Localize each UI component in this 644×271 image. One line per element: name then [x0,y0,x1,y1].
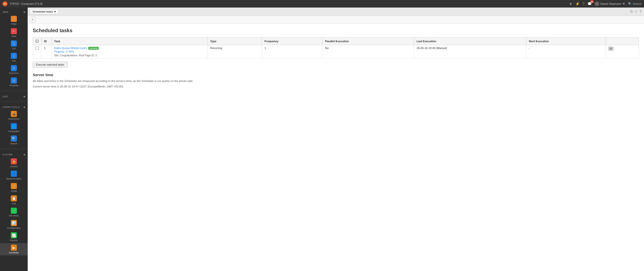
topbar-left: BP TYPO3 - Composer [7.6.9] [3,1,42,6]
notifications-icon[interactable]: 💬 64 [587,2,592,6]
sidebar-item-languages-label: Languages [8,130,20,132]
sidebar-item-extensions[interactable]: 🔌 Extensions [0,109,28,122]
sidebar-item-search[interactable]: 🔍 Search [0,134,28,146]
bookmark-icon[interactable]: ★ [569,2,572,6]
main-layout: WEB ◀ 🗋 Page 👁 View ☰ List ℹ Info ⚙ Func [0,8,644,271]
search-label: Search [633,2,641,5]
sidebar-item-configuration[interactable]: 📊 Configuration [0,218,28,231]
module-dropdown[interactable]: Scheduled tasks ▼ [30,9,59,14]
tasks-table: ☐ ID Task Type Frequency Parallel Execut… [33,37,639,59]
info-icon: ℹ [11,53,17,59]
sidebar-item-scheduler-label: Scheduler [9,251,19,254]
sidebar-item-info[interactable]: ℹ Info [0,51,28,64]
topbar-right: ★ ⚡ ? 💬 64 Daniel Siepmann ▼ 🔍 Search [569,2,641,6]
running-badge: running [88,47,98,50]
topbar-search[interactable]: 🔍 Search [628,2,641,6]
app-logo: BP [3,1,8,6]
toolbar: + [28,16,644,24]
sidebar-item-log-label: Log [12,202,16,205]
sidebar-item-template[interactable]: ⊞ Template [0,76,28,88]
row-next-execution: - [526,45,606,59]
sidebar-web-section: WEB ◀ 🗋 Page 👁 View ☰ List ℹ Info ⚙ Func [0,8,28,90]
search-sidebar-icon: 🔍 [11,136,17,142]
help-icon[interactable]: ? [583,2,585,6]
task-name-link[interactable]: Index Queue Worker (solr) [54,47,87,50]
sidebar-item-reports[interactable]: 📈 Reports [0,231,28,243]
sidebar-item-install-label: Install [11,190,17,192]
page-content: Scheduled tasks ☐ ID Task Type Frequency [28,24,644,271]
row-id: 1 [42,45,52,59]
create-task-icon: + [32,18,34,21]
row-last-execution: 26-05-16 18:46 (Manual) [414,45,526,59]
select-all-icon[interactable]: ☐ [35,39,39,43]
install-icon: ⚙ [11,183,17,189]
row-type: Recurring [208,45,262,59]
th-next-execution: Next Execution [526,38,606,45]
log-icon: 📋 [11,195,17,201]
th-last-execution: Last Execution [414,38,526,45]
sidebar-divider-3 [0,149,28,149]
server-time-section: Server time All dates and times in the S… [33,73,639,89]
sidebar-system-section: SYSTEM ◀ 🔒 Access 👤 Backend users ⚙ Inst… [0,150,28,257]
site-text: Site: Congratulations, Root Page ID: 3 [54,54,205,57]
row-task: Index Queue Worker (solr) running Progre… [52,45,208,59]
module-bar-right: ↻ ☆ ? [630,10,641,14]
sidebar-item-template-label: Template [9,84,19,87]
sidebar-admin-arrow[interactable]: ◀ [23,106,25,108]
row-checkbox-cell [33,45,42,59]
sidebar-item-access[interactable]: 🔒 Access [0,157,28,169]
sidebar-system-title: SYSTEM [3,153,13,156]
row-actions: ✕ [606,45,639,59]
execute-selected-button[interactable]: Execute selected tasks [33,62,68,68]
reports-icon: 📈 [11,232,17,238]
user-menu[interactable]: Daniel Siepmann ▼ [595,2,625,6]
sidebar-item-backend-users[interactable]: 👤 Backend users [0,169,28,182]
user-avatar [595,2,599,6]
task-checkbox[interactable] [35,47,39,50]
sidebar-divider-2 [0,101,28,102]
create-new-task-button[interactable]: + [30,17,35,22]
progress-text: Progress: 17.65% [54,50,205,53]
user-name: Daniel Siepmann [600,2,621,5]
server-time-current: Current server time is 26-05-16 18:47 CE… [33,84,639,89]
th-frequency: Frequency [262,38,323,45]
sidebar-item-list[interactable]: ☰ List [0,39,28,51]
page-title: Scheduled tasks [33,28,639,33]
sidebar-item-log[interactable]: 📋 Log [0,194,28,206]
sidebar-web-header: WEB ◀ [0,9,28,14]
sidebar-item-languages[interactable]: 🌐 Languages [0,122,28,134]
sidebar-item-functions[interactable]: ⚙ Functions [0,64,28,76]
sidebar-item-install[interactable]: ⚙ Install [0,182,28,194]
sidebar-item-list-label: List [12,47,16,50]
refresh-icon[interactable]: ↻ [630,10,633,14]
delete-task-button[interactable]: ✕ [608,47,614,51]
module-bar-left: Scheduled tasks ▼ [30,9,59,14]
th-type: Type [208,38,262,45]
sidebar-item-view[interactable]: 👁 View [0,27,28,39]
sidebar-web-title: WEB [3,11,8,13]
th-checkbox: ☐ [33,38,42,45]
backend-users-icon: 👤 [11,171,17,177]
sidebar-system-arrow[interactable]: ◀ [23,153,25,156]
sidebar-item-extensions-label: Extensions [8,118,19,120]
help-module-icon[interactable]: ? [639,10,641,14]
app-title: TYPO3 - Composer [7.6.9] [10,2,42,5]
lightning-icon[interactable]: ⚡ [575,2,580,6]
scheduler-icon: ▶ [11,245,17,251]
extensions-icon: 🔌 [11,111,17,117]
sidebar-item-info-label: Info [12,60,16,62]
sidebar-admin-title: ADMIN TOOLS [3,106,20,108]
table-row: 1 Index Queue Worker (solr) running Prog… [33,45,639,59]
sidebar-item-scheduler[interactable]: ▶ Scheduler [0,243,28,255]
sidebar-item-dbcheck[interactable]: ✔ DB check [0,206,28,218]
sidebar-file-arrow[interactable]: ◀ [23,95,25,98]
sidebar-item-view-label: View [11,35,16,37]
bookmark-module-icon[interactable]: ☆ [635,10,638,14]
sidebar-web-arrow[interactable]: ◀ [23,11,25,13]
list-icon: ☰ [11,40,17,47]
sidebar-file-header: FILE ◀ [0,94,28,99]
functions-icon: ⚙ [11,65,17,71]
topbar: BP TYPO3 - Composer [7.6.9] ★ ⚡ ? 💬 64 D… [0,0,644,8]
sidebar-item-page[interactable]: 🗋 Page [0,14,28,27]
dbcheck-icon: ✔ [11,208,17,214]
